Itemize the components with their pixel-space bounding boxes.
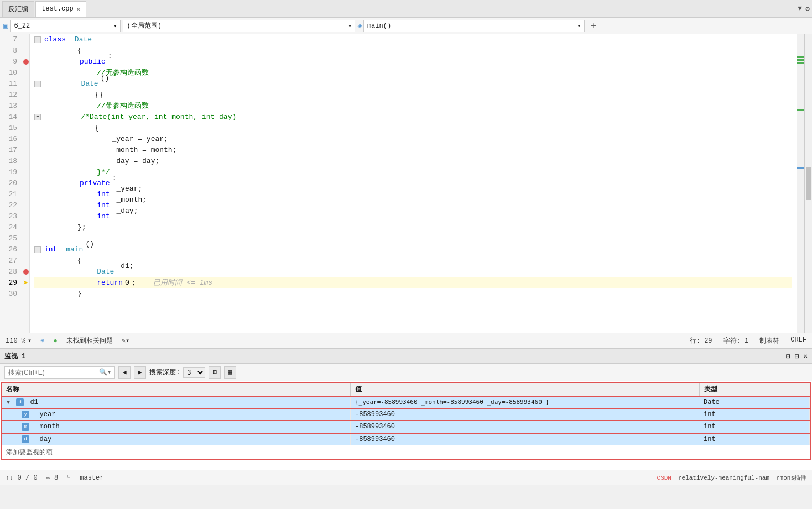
right-scroll-strip bbox=[797, 34, 804, 333]
code-line-20: private: bbox=[34, 178, 792, 189]
watch-panel-title: 监视 1 bbox=[4, 351, 25, 361]
watch-row-day-type: int bbox=[699, 434, 810, 445]
new-watch-icon[interactable]: ⊞ bbox=[209, 366, 221, 379]
watch-row-d1-value: {_year=-858993460 _month=-858993460 _day… bbox=[351, 397, 699, 408]
code-line-12: {} bbox=[34, 90, 792, 101]
watch-close-icon[interactable]: ✕ bbox=[804, 352, 808, 360]
code-line-8: { bbox=[34, 45, 792, 56]
format-info: 制表符 bbox=[759, 336, 779, 345]
watch-pin-icon[interactable]: ⊞ bbox=[786, 352, 790, 361]
add-watch-label[interactable]: 添加要监视的项 bbox=[2, 445, 810, 459]
vertical-scrollbar[interactable] bbox=[804, 34, 812, 333]
bottom-bar-right: CSDN relatively-meaningful-nam rmons插件 bbox=[657, 474, 806, 482]
code-line-11: − Date() bbox=[34, 78, 792, 90]
watch-row-year-name: y _year bbox=[2, 409, 351, 420]
watch-header-controls: ⊞ ⊟ ✕ bbox=[786, 352, 808, 361]
tab-disassembly[interactable]: 反汇编 bbox=[2, 1, 34, 17]
expand-d1-icon[interactable]: ▼ bbox=[7, 400, 10, 406]
watch-row-year-type: int bbox=[699, 409, 810, 420]
code-line-27: { bbox=[34, 255, 792, 266]
var-month-icon: m bbox=[22, 423, 29, 431]
watch-row-month-value: -858993460 bbox=[351, 421, 699, 432]
watch-row-d1[interactable]: ▼ d d1 {_year=-858993460 _month=-8589934… bbox=[2, 396, 810, 408]
scope-dropdown[interactable]: (全局范围) ▾ bbox=[123, 20, 355, 32]
code-line-24: }; bbox=[34, 222, 792, 233]
code-line-14: − /*Date(int year, int month, int day) bbox=[34, 112, 792, 123]
plugin-icon[interactable]: ⊕ bbox=[40, 337, 44, 345]
code-line-30: } bbox=[34, 288, 792, 300]
tab-disassembly-label: 反汇编 bbox=[8, 4, 28, 14]
errors-indicator[interactable]: ↑↓ 0 / 0 bbox=[6, 474, 38, 482]
watch-row-year[interactable]: y _year -858993460 int bbox=[2, 408, 810, 421]
zoom-dropdown-icon[interactable]: ▾ bbox=[28, 337, 32, 345]
file-icon: ▣ bbox=[3, 21, 8, 30]
var-day-icon: d bbox=[22, 435, 29, 443]
plugin-label[interactable]: rmons插件 bbox=[776, 474, 806, 482]
tabs-right-controls: ▼ ⚙ bbox=[798, 4, 810, 13]
watch-float-icon[interactable]: ⊟ bbox=[795, 352, 799, 361]
code-line-10: //无参构造函数 bbox=[34, 67, 792, 78]
watch-content: 名称 值 类型 ▼ d d1 {_year=-858993460 _month=… bbox=[1, 382, 811, 460]
function-dropdown-value: main() bbox=[367, 22, 391, 30]
scope-dropdown-arrow: ▾ bbox=[348, 23, 351, 29]
tab-test-cpp-label: test.cpp bbox=[41, 5, 74, 13]
nav-forward-icon[interactable]: ▶ bbox=[134, 366, 146, 379]
git-branch-name[interactable]: master bbox=[80, 474, 103, 482]
var-d1-icon: d bbox=[16, 398, 24, 406]
code-line-28: Date d1; bbox=[34, 266, 792, 277]
col-value-header: 值 bbox=[351, 383, 700, 396]
git-branch-icon: ⑂ bbox=[67, 474, 71, 482]
function-dropdown[interactable]: main() ▾ bbox=[363, 20, 585, 32]
function-dropdown-arrow: ▾ bbox=[577, 23, 581, 29]
zoom-control[interactable]: 110 % ▾ bbox=[6, 337, 32, 345]
code-editor[interactable]: −class Date { public: //无参构造函数 − Date() … bbox=[30, 34, 797, 333]
bottom-bar: ↑↓ 0 / 0 ✏ 8 ⑂ master CSDN relatively-me… bbox=[0, 470, 812, 485]
depth-select[interactable]: 3 1 2 4 5 bbox=[183, 367, 205, 378]
line-numbers: 7 8 9 10 11 12 13 14 15 16 17 18 19 20 2… bbox=[0, 34, 22, 333]
watch-row-day-value: -858993460 bbox=[351, 434, 699, 445]
add-bookmark-icon[interactable]: ＋ bbox=[589, 20, 598, 32]
watch-search-input[interactable] bbox=[8, 369, 97, 376]
encoding-info: CRLF bbox=[790, 336, 806, 345]
watch-row-day-name: d _day bbox=[2, 434, 351, 445]
code-line-7: −class Date bbox=[34, 34, 792, 45]
status-text: 未找到相关问题 bbox=[66, 336, 113, 345]
watch-row-year-value: -858993460 bbox=[351, 409, 699, 420]
tab-close-icon[interactable]: ✕ bbox=[77, 6, 81, 13]
pencil-icon[interactable]: ✎▾ bbox=[122, 337, 129, 345]
watch-table-icon[interactable]: ▦ bbox=[224, 366, 236, 379]
code-line-26: −int main() bbox=[34, 244, 792, 255]
watch-row-day[interactable]: d _day -858993460 int bbox=[2, 433, 810, 445]
code-line-25 bbox=[34, 233, 792, 244]
file-dropdown[interactable]: 6_22 ▾ bbox=[10, 20, 121, 32]
tab-settings-icon[interactable]: ⚙ bbox=[805, 4, 810, 13]
col-type-header: 类型 bbox=[700, 383, 810, 396]
search-icon[interactable]: 🔍▾ bbox=[99, 368, 111, 376]
code-line-23: int _day; bbox=[34, 211, 792, 222]
tab-scroll-down-icon[interactable]: ▼ bbox=[798, 4, 802, 13]
account-name[interactable]: relatively-meaningful-nam bbox=[678, 475, 769, 481]
watch-row-d1-type: Date bbox=[699, 397, 810, 408]
code-line-22: int _month; bbox=[34, 200, 792, 211]
file-dropdown-arrow: ▾ bbox=[113, 23, 117, 29]
code-line-21: int _year; bbox=[34, 189, 792, 200]
watch-panel: 监视 1 ⊞ ⊟ ✕ 🔍▾ ◀ ▶ 搜索深度: 3 1 2 4 5 ⊞ ▦ 名称… bbox=[0, 348, 812, 470]
tab-test-cpp[interactable]: test.cpp ✕ bbox=[35, 1, 86, 17]
scope-dropdown-value: (全局范围) bbox=[127, 21, 161, 30]
watch-panel-header: 监视 1 ⊞ ⊟ ✕ bbox=[0, 349, 812, 364]
watch-row-month[interactable]: m _month -858993460 int bbox=[2, 421, 810, 433]
editor-area: 7 8 9 10 11 12 13 14 15 16 17 18 19 20 2… bbox=[0, 34, 812, 333]
csdn-icon: CSDN bbox=[657, 475, 672, 481]
status-bar: 110 % ▾ ⊕ ● 未找到相关问题 ✎▾ 行: 29 字符: 1 制表符 C… bbox=[0, 333, 812, 348]
watch-search-box[interactable]: 🔍▾ bbox=[4, 366, 115, 379]
nav-back-icon[interactable]: ◀ bbox=[118, 366, 131, 379]
watch-toolbar: 🔍▾ ◀ ▶ 搜索深度: 3 1 2 4 5 ⊞ ▦ bbox=[0, 364, 812, 381]
warnings-indicator[interactable]: ✏ 8 bbox=[46, 474, 59, 482]
file-dropdown-value: 6_22 bbox=[14, 22, 30, 30]
code-line-18: _day = day; bbox=[34, 156, 792, 167]
code-line-9: public: bbox=[34, 56, 792, 67]
watch-row-month-name: m _month bbox=[2, 421, 351, 432]
toolbar: ▣ 6_22 ▾ (全局范围) ▾ ◈ main() ▾ ＋ bbox=[0, 18, 812, 34]
depth-label: 搜索深度: bbox=[149, 368, 180, 377]
code-line-13: //带参构造函数 bbox=[34, 101, 792, 112]
